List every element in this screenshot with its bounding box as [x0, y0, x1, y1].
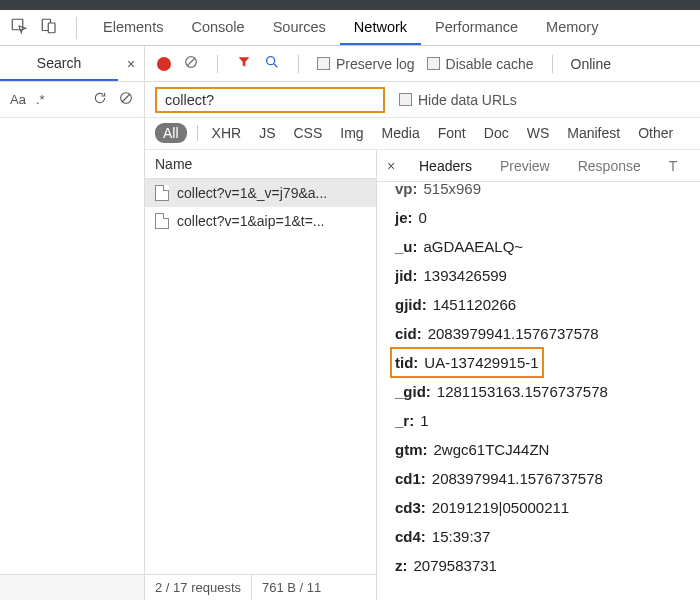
refresh-icon[interactable] [92, 90, 108, 109]
query-param-row[interactable]: je:0 [395, 203, 700, 232]
match-case-toggle[interactable]: Aa [10, 92, 26, 107]
query-param-row[interactable]: z:2079583731 [395, 551, 700, 580]
query-param-row[interactable]: cd1:2083979941.1576737578 [395, 464, 700, 493]
chip-ws[interactable]: WS [523, 123, 554, 143]
svg-line-8 [122, 94, 130, 102]
param-key: cd4: [395, 526, 426, 547]
clear-search-icon[interactable] [118, 90, 134, 109]
request-list: Name collect?v=1&_v=j79&a... collect?v=1… [145, 150, 377, 600]
device-toggle-icon[interactable] [40, 17, 58, 38]
svg-point-5 [267, 57, 275, 65]
transfer-bytes: 761 B / 11 [252, 580, 331, 595]
checkbox-icon [427, 57, 440, 70]
divider [298, 55, 299, 73]
param-value: 2wgc61TCJ44ZN [434, 439, 550, 460]
param-value: UA-137429915-1 [424, 352, 538, 373]
regex-toggle[interactable]: .* [36, 92, 45, 107]
divider [76, 17, 77, 39]
preserve-log-label: Preserve log [336, 56, 415, 72]
param-key: tid: [395, 352, 418, 373]
request-name: collect?v=1&aip=1&t=... [177, 213, 325, 229]
query-param-row[interactable]: gtm:2wgc61TCJ44ZN [395, 435, 700, 464]
param-value: 1451120266 [433, 294, 516, 315]
param-value: 515x969 [424, 178, 482, 199]
checkbox-icon [399, 93, 412, 106]
query-param-row[interactable]: vp:515x969 [395, 174, 700, 203]
param-value: 2083979941.1576737578 [432, 468, 603, 489]
query-param-row[interactable]: cd4:15:39:37 [395, 522, 700, 551]
param-key: cid: [395, 323, 422, 344]
chip-xhr[interactable]: XHR [208, 123, 246, 143]
query-param-row[interactable]: _gid:1281153163.1576737578 [395, 377, 700, 406]
param-value: 2083979941.1576737578 [428, 323, 599, 344]
search-panel-close-icon[interactable]: × [118, 56, 144, 72]
param-key: jid: [395, 265, 418, 286]
param-key: z: [395, 555, 408, 576]
devtools-main-tabs: Elements Console Sources Network Perform… [0, 10, 700, 46]
param-value: 1393426599 [424, 265, 507, 286]
request-count: 2 / 17 requests [145, 580, 251, 595]
chip-other[interactable]: Other [634, 123, 677, 143]
file-icon [155, 185, 169, 201]
param-key: gtm: [395, 439, 428, 460]
search-panel-tab[interactable]: Search [0, 46, 118, 81]
request-list-header[interactable]: Name [145, 150, 376, 179]
clear-icon[interactable] [183, 54, 199, 73]
param-key: gjid: [395, 294, 427, 315]
chip-img[interactable]: Img [336, 123, 367, 143]
hide-data-urls-checkbox[interactable]: Hide data URLs [399, 92, 517, 108]
query-param-row[interactable]: gjid:1451120266 [395, 290, 700, 319]
chip-all[interactable]: All [155, 123, 187, 143]
request-row[interactable]: collect?v=1&_v=j79&a... [145, 179, 376, 207]
param-key: cd3: [395, 497, 426, 518]
param-key: je: [395, 207, 413, 228]
chip-css[interactable]: CSS [289, 123, 326, 143]
param-value: 0 [419, 207, 427, 228]
query-param-row[interactable]: cid:2083979941.1576737578 [395, 319, 700, 348]
request-row[interactable]: collect?v=1&aip=1&t=... [145, 207, 376, 235]
svg-rect-2 [48, 23, 55, 33]
online-status[interactable]: Online [571, 56, 611, 72]
param-key: _gid: [395, 381, 431, 402]
search-icon[interactable] [264, 54, 280, 73]
query-param-row[interactable]: _u:aGDAAEALQ~ [395, 232, 700, 261]
search-results-footer [0, 574, 144, 600]
chip-font[interactable]: Font [434, 123, 470, 143]
param-value: 1 [420, 410, 428, 431]
tab-memory[interactable]: Memory [532, 11, 612, 45]
tab-elements[interactable]: Elements [89, 11, 177, 45]
tab-network[interactable]: Network [340, 11, 421, 45]
chip-manifest[interactable]: Manifest [563, 123, 624, 143]
param-value: 2079583731 [414, 555, 497, 576]
chip-js[interactable]: JS [255, 123, 279, 143]
tab-performance[interactable]: Performance [421, 11, 532, 45]
query-param-row[interactable]: cd3:20191219|05000211 [395, 493, 700, 522]
disable-cache-label: Disable cache [446, 56, 534, 72]
hide-data-urls-label: Hide data URLs [418, 92, 517, 108]
checkbox-icon [317, 57, 330, 70]
query-param-row[interactable]: _r:1 [395, 406, 700, 435]
divider [217, 55, 218, 73]
network-filter-input[interactable] [155, 87, 385, 113]
chip-media[interactable]: Media [378, 123, 424, 143]
record-icon[interactable] [157, 57, 171, 71]
query-params-list: vp:515x969je:0_u:aGDAAEALQ~jid:139342659… [377, 172, 700, 588]
tab-console[interactable]: Console [177, 11, 258, 45]
param-value: aGDAAEALQ~ [424, 236, 524, 257]
query-param-row[interactable]: tid:UA-137429915-1 [391, 348, 543, 377]
query-param-row[interactable]: jid:1393426599 [395, 261, 700, 290]
inspect-icon[interactable] [10, 17, 28, 38]
secondary-toolbar: Search × Preserve log Disable cache Onli… [0, 46, 700, 82]
preserve-log-checkbox[interactable]: Preserve log [317, 56, 415, 72]
request-list-status: 2 / 17 requests 761 B / 11 [145, 574, 376, 600]
divider [552, 55, 553, 73]
chip-doc[interactable]: Doc [480, 123, 513, 143]
param-key: cd1: [395, 468, 426, 489]
param-value: 15:39:37 [432, 526, 490, 547]
tab-sources[interactable]: Sources [259, 11, 340, 45]
svg-line-6 [274, 64, 277, 67]
disable-cache-checkbox[interactable]: Disable cache [427, 56, 534, 72]
divider [197, 125, 198, 141]
svg-line-4 [187, 58, 195, 66]
filter-icon[interactable] [236, 54, 252, 73]
